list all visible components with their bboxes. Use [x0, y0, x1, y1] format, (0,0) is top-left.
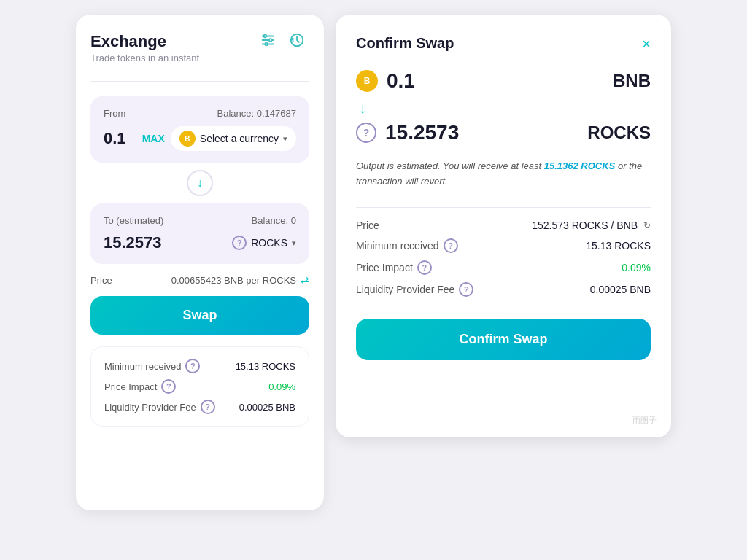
currency-chevron: ▾ — [283, 134, 287, 144]
modal-title: Confirm Swap — [356, 35, 454, 52]
price-label: Price — [90, 275, 112, 286]
info-box: Minimum received ? 15.13 ROCKS Price Imp… — [90, 346, 309, 427]
bnb-large-icon: B — [356, 70, 378, 92]
swap-button[interactable]: Swap — [90, 296, 309, 335]
swap-direction-wrapper: ↓ — [90, 170, 309, 196]
price-value: 0.00655423 BNB per ROCKS — [171, 275, 296, 286]
confirm-to-left: ? 15.2573 — [356, 121, 459, 144]
from-currency-select[interactable]: B Select a currency ▾ — [171, 126, 296, 151]
confirm-to-row: ? 15.2573 ROCKS — [356, 121, 651, 144]
from-box: From Balance: 0.147687 0.1 MAX B Select … — [90, 96, 309, 163]
confirm-arrow-down-icon: ↓ — [359, 100, 651, 117]
confirm-from-currency: BNB — [613, 71, 651, 91]
modal-price-impact-question-icon[interactable]: ? — [417, 260, 432, 275]
price-impact-label: Price Impact — [104, 381, 157, 392]
liquidity-fee-row: Liquidity Provider Fee ? 0.00025 BNB — [104, 400, 295, 414]
from-box-content: 0.1 MAX B Select a currency ▾ — [104, 126, 296, 151]
confirm-from-left: B 0.1 — [356, 69, 415, 93]
confirm-from-amount: 0.1 — [387, 69, 415, 93]
header-icons — [260, 32, 309, 52]
swap-arrows-icon[interactable]: ⇄ — [301, 274, 309, 286]
min-received-label: Minimum received — [104, 361, 181, 372]
panel-subtitle: Trade tokens in an instant — [90, 52, 199, 63]
header-divider — [90, 81, 309, 82]
confirm-to-currency: ROCKS — [587, 122, 651, 143]
min-received-row: Minimum received ? 15.13 ROCKS — [104, 359, 295, 373]
liquidity-fee-value: 0.00025 BNB — [239, 402, 295, 413]
liquidity-fee-label: Liquidity Provider Fee — [104, 402, 196, 413]
modal-min-received-label: Minimum received — [356, 240, 439, 252]
modal-min-received-question-icon[interactable]: ? — [444, 238, 458, 253]
svg-point-5 — [265, 43, 268, 46]
modal-liquidity-fee-label-group: Liquidity Provider Fee ? — [356, 282, 473, 297]
modal-liquidity-fee-question-icon[interactable]: ? — [459, 282, 473, 297]
arrow-down-icon: ↓ — [197, 176, 203, 190]
price-impact-value: 0.09% — [268, 381, 295, 392]
rocks-question-icon: ? — [232, 236, 247, 250]
confirm-to-amount: 15.2573 — [385, 121, 459, 144]
from-amount: 0.1 — [104, 129, 126, 148]
panel-title: Exchange — [90, 32, 199, 51]
confirm-from-row: B 0.1 BNB — [356, 69, 651, 93]
rocks-large-question-icon: ? — [356, 122, 376, 143]
min-received-label-group: Minimum received ? — [104, 359, 200, 373]
price-impact-question-icon[interactable]: ? — [161, 379, 176, 394]
modal-price-impact-row: Price Impact ? 0.09% — [356, 260, 651, 275]
estimate-prefix: Output is estimated. You will receive at… — [356, 160, 544, 171]
swap-direction-button[interactable]: ↓ — [187, 170, 213, 196]
estimate-text: Output is estimated. You will receive at… — [356, 159, 651, 190]
liquidity-fee-question-icon[interactable]: ? — [201, 400, 215, 414]
rocks-chevron: ▾ — [292, 238, 296, 248]
modal-min-received-row: Minimum received ? 15.13 ROCKS — [356, 238, 651, 253]
exchange-panel: Exchange Trade tokens in an instant — [76, 15, 324, 510]
close-button[interactable]: × — [642, 36, 651, 51]
watermark: 雨圈子 — [632, 415, 657, 426]
svg-point-3 — [264, 35, 267, 38]
to-amount: 15.2573 — [104, 233, 162, 252]
min-received-question-icon[interactable]: ? — [185, 359, 200, 373]
max-button[interactable]: MAX — [142, 133, 165, 144]
estimate-highlight: 15.1362 ROCKS — [544, 160, 616, 171]
confirm-swap-modal: Confirm Swap × B 0.1 BNB ↓ ? 15.2573 ROC… — [336, 15, 671, 438]
price-row: Price 0.00655423 BNB per ROCKS ⇄ — [90, 274, 309, 286]
modal-price-label: Price — [356, 219, 379, 231]
from-balance: Balance: 0.147687 — [217, 108, 296, 119]
price-impact-row: Price Impact ? 0.09% — [104, 379, 295, 394]
refresh-icon[interactable]: ↻ — [643, 220, 651, 230]
modal-header: Confirm Swap × — [356, 35, 651, 52]
modal-price-impact-label: Price Impact — [356, 262, 413, 273]
modal-min-received-value: 15.13 ROCKS — [586, 240, 651, 252]
from-box-header: From Balance: 0.147687 — [104, 108, 296, 119]
settings-icon[interactable] — [260, 32, 280, 52]
currency-select-label: Select a currency — [200, 133, 279, 144]
modal-liquidity-fee-value: 0.00025 BNB — [590, 284, 651, 295]
to-label: To (estimated) — [104, 215, 163, 226]
price-value-group: 0.00655423 BNB per ROCKS ⇄ — [171, 274, 309, 286]
from-label: From — [104, 108, 125, 119]
modal-price-impact-label-group: Price Impact ? — [356, 260, 432, 275]
confirm-swap-button[interactable]: Confirm Swap — [356, 319, 651, 360]
liquidity-fee-label-group: Liquidity Provider Fee ? — [104, 400, 215, 414]
svg-point-4 — [269, 39, 272, 42]
modal-price-impact-value: 0.09% — [622, 262, 651, 273]
min-received-value: 15.13 ROCKS — [236, 361, 295, 372]
price-impact-label-group: Price Impact ? — [104, 379, 176, 394]
to-box-content: 15.2573 ? ROCKS ▾ — [104, 233, 296, 252]
modal-min-received-label-group: Minimum received ? — [356, 238, 458, 253]
panel-title-group: Exchange Trade tokens in an instant — [90, 32, 199, 78]
modal-price-value: 152.573 ROCKS / BNB — [532, 219, 638, 231]
modal-divider — [356, 207, 651, 208]
history-icon[interactable] — [289, 32, 309, 52]
modal-liquidity-fee-row: Liquidity Provider Fee ? 0.00025 BNB — [356, 282, 651, 297]
bnb-icon: B — [179, 131, 196, 147]
to-box-header: To (estimated) Balance: 0 — [104, 215, 296, 226]
modal-liquidity-fee-label: Liquidity Provider Fee — [356, 284, 454, 295]
to-box: To (estimated) Balance: 0 15.2573 ? ROCK… — [90, 203, 309, 264]
to-currency-select[interactable]: ? ROCKS ▾ — [232, 236, 296, 250]
modal-price-value-group: 152.573 ROCKS / BNB ↻ — [532, 219, 651, 231]
panel-header: Exchange Trade tokens in an instant — [90, 32, 309, 78]
modal-price-row: Price 152.573 ROCKS / BNB ↻ — [356, 219, 651, 231]
to-balance: Balance: 0 — [252, 215, 296, 226]
from-controls: MAX B Select a currency ▾ — [142, 126, 296, 151]
rocks-label: ROCKS — [251, 237, 287, 249]
